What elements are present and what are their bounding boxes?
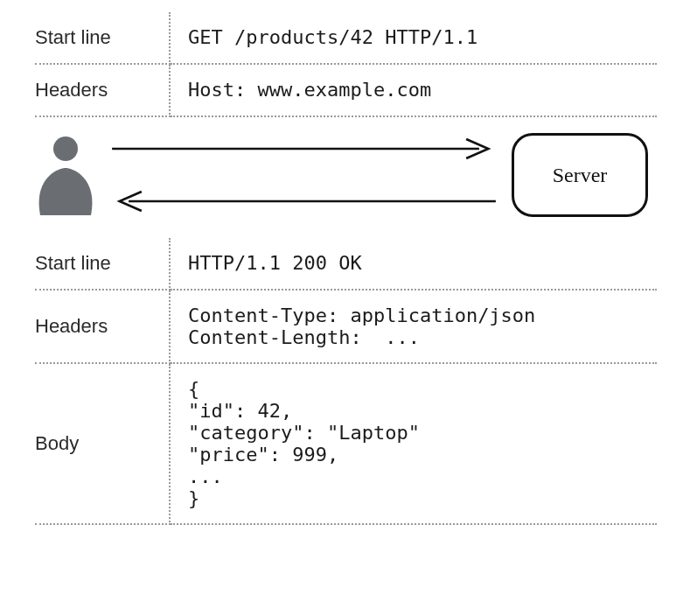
arrows — [103, 137, 505, 213]
response-start-line-value: HTTP/1.1 200 OK — [171, 238, 657, 290]
server-label: Server — [553, 164, 608, 187]
response-headers-value: Content-Type: application/json Content-L… — [171, 290, 657, 364]
request-start-line-label: Start line — [35, 12, 171, 65]
request-table: Start line GET /products/42 HTTP/1.1 Hea… — [35, 12, 657, 117]
actors-row: Server — [35, 133, 657, 217]
request-headers-label: Headers — [35, 65, 171, 117]
response-table: Start line HTTP/1.1 200 OK Headers Conte… — [35, 238, 657, 525]
server-box: Server — [512, 133, 648, 217]
response-body-label: Body — [35, 364, 171, 525]
arrow-left-icon — [110, 190, 498, 213]
request-headers-value: Host: www.example.com — [171, 65, 657, 117]
request-start-line-value: GET /products/42 HTTP/1.1 — [171, 12, 657, 65]
arrow-right-icon — [110, 137, 498, 160]
svg-point-0 — [53, 136, 78, 161]
response-start-line-label: Start line — [35, 238, 171, 290]
response-body-value: { "id": 42, "category": "Laptop" "price"… — [171, 364, 657, 525]
response-headers-label: Headers — [35, 290, 171, 364]
user-icon — [35, 133, 96, 217]
